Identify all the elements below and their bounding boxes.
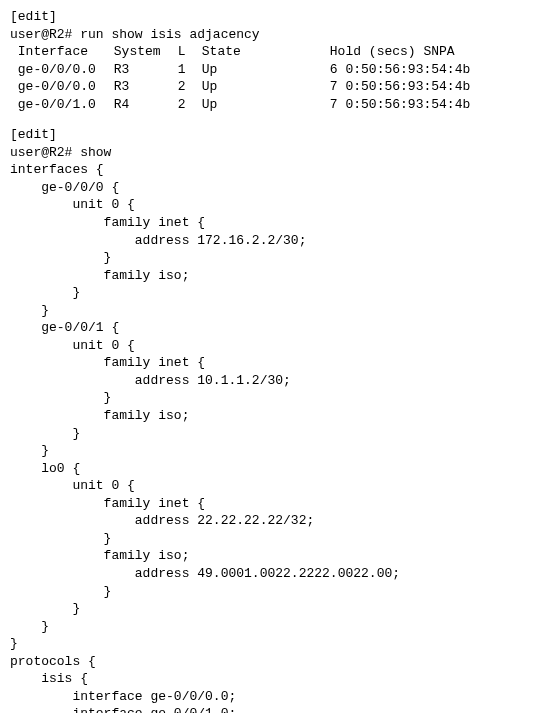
config-line: } — [10, 442, 540, 460]
prompt-line-1: user@R2# run show isis adjacency — [10, 26, 540, 44]
config-line: family inet { — [10, 495, 540, 513]
cell-interface: ge-0/0/0.0 — [18, 78, 114, 96]
cell-hold: 7 — [330, 78, 338, 96]
config-line: isis { — [10, 670, 540, 688]
cell-snpa: 0:50:56:93:54:4b — [345, 61, 470, 79]
cell-system: R3 — [114, 61, 178, 79]
prompt-line-2: user@R2# show — [10, 144, 540, 162]
config-line: interface ge-0/0/1.0; — [10, 705, 540, 713]
cli-prompt: user@R2# — [10, 27, 80, 42]
config-line: family iso; — [10, 547, 540, 565]
config-line: family iso; — [10, 407, 540, 425]
col-system: System — [114, 43, 178, 61]
config-line: lo0 { — [10, 460, 540, 478]
config-line: family iso; — [10, 267, 540, 285]
cell-snpa: 0:50:56:93:54:4b — [345, 96, 470, 114]
config-line: } — [10, 302, 540, 320]
config-line: interfaces { — [10, 161, 540, 179]
cell-state: Up — [202, 61, 330, 79]
config-line: protocols { — [10, 653, 540, 671]
config-line: } — [10, 618, 540, 636]
config-line: } — [10, 583, 540, 601]
cli-prompt: user@R2# — [10, 145, 80, 160]
config-line: address 172.16.2.2/30; — [10, 232, 540, 250]
col-interface: Interface — [18, 43, 114, 61]
config-line: } — [10, 530, 540, 548]
cell-l: 1 — [178, 61, 202, 79]
cell-state: Up — [202, 96, 330, 114]
cell-state: Up — [202, 78, 330, 96]
cell-system: R3 — [114, 78, 178, 96]
cell-l: 2 — [178, 96, 202, 114]
cli-command: show — [80, 145, 111, 160]
adjacency-row: ge-0/0/0.0R31Up6 0:50:56:93:54:4b — [10, 61, 540, 79]
config-line: unit 0 { — [10, 337, 540, 355]
config-line: } — [10, 284, 540, 302]
config-line: unit 0 { — [10, 196, 540, 214]
cell-hold: 7 — [330, 96, 338, 114]
col-l: L — [178, 43, 202, 61]
adjacency-header-row: InterfaceSystemLStateHold (secs) SNPA — [10, 43, 540, 61]
cell-interface: ge-0/0/0.0 — [18, 61, 114, 79]
edit-mode-label: [edit] — [10, 126, 540, 144]
col-hold: Hold — [330, 43, 361, 61]
col-snpa: SNPA — [423, 43, 454, 61]
config-line: } — [10, 389, 540, 407]
config-line: } — [10, 600, 540, 618]
cell-snpa: 0:50:56:93:54:4b — [345, 78, 470, 96]
cell-l: 2 — [178, 78, 202, 96]
cell-interface: ge-0/0/1.0 — [18, 96, 114, 114]
config-line: address 10.1.1.2/30; — [10, 372, 540, 390]
adjacency-row: ge-0/0/1.0R42Up7 0:50:56:93:54:4b — [10, 96, 540, 114]
config-line: unit 0 { — [10, 477, 540, 495]
config-line: } — [10, 249, 540, 267]
config-line: family inet { — [10, 354, 540, 372]
col-state: State — [202, 43, 330, 61]
config-line: address 22.22.22.22/32; — [10, 512, 540, 530]
edit-mode-label: [edit] — [10, 8, 540, 26]
col-secs: (secs) — [369, 43, 416, 61]
config-line: address 49.0001.0022.2222.0022.00; — [10, 565, 540, 583]
config-line: interface ge-0/0/0.0; — [10, 688, 540, 706]
cell-hold: 6 — [330, 61, 338, 79]
cell-system: R4 — [114, 96, 178, 114]
terminal-output: [edit] user@R2# run show isis adjacency … — [10, 8, 540, 713]
adjacency-row: ge-0/0/0.0R32Up7 0:50:56:93:54:4b — [10, 78, 540, 96]
config-line: family inet { — [10, 214, 540, 232]
config-line: ge-0/0/1 { — [10, 319, 540, 337]
cli-command: run show isis adjacency — [80, 27, 259, 42]
config-line: } — [10, 635, 540, 653]
config-line: } — [10, 425, 540, 443]
config-line: ge-0/0/0 { — [10, 179, 540, 197]
